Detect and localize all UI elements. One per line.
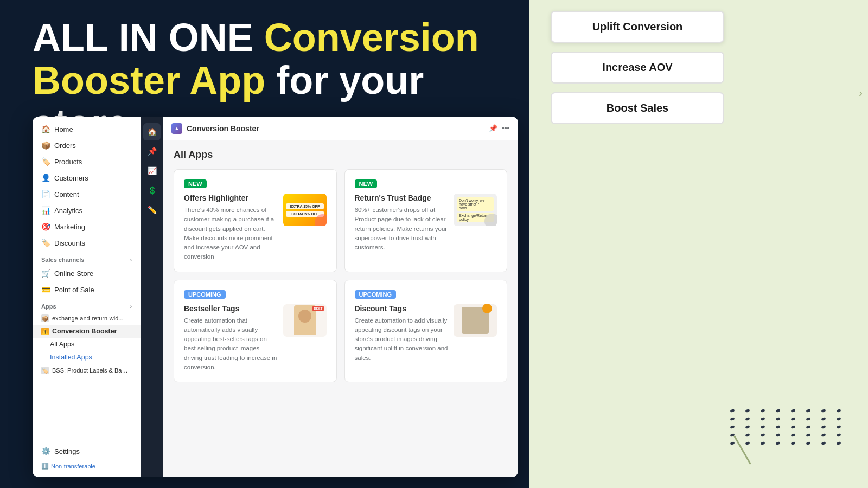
exchange-icon: 📦 bbox=[41, 314, 49, 322]
customers-icon: 👤 bbox=[41, 174, 50, 182]
sidebar-item-home[interactable]: 🏠 Home bbox=[33, 121, 141, 137]
app-card-offers-highlighter: NEW Offers Highlighter There's 40% more … bbox=[174, 169, 337, 272]
sidebar-item-orders[interactable]: 📦 Orders bbox=[33, 137, 141, 153]
dot bbox=[806, 433, 810, 437]
sidebar-item-customers[interactable]: 👤 Customers bbox=[33, 170, 141, 186]
offers-description: There's 40% more chances of customer mak… bbox=[184, 206, 278, 262]
dot bbox=[821, 417, 826, 421]
sidebar-item-online-store[interactable]: 🛒 Online Store bbox=[33, 265, 141, 281]
app-card-body-offers: Offers Highlighter There's 40% more chan… bbox=[184, 194, 327, 262]
icon-edit[interactable]: ✏️ bbox=[143, 201, 161, 219]
sidebar-subitem-all-apps[interactable]: All Apps bbox=[33, 338, 141, 351]
products-icon: 🏷️ bbox=[41, 157, 50, 166]
dot bbox=[760, 433, 765, 437]
badge-new-returns: NEW bbox=[355, 179, 378, 188]
uplift-conversion-button[interactable]: Uplift Conversion bbox=[551, 11, 724, 43]
icon-analytics[interactable]: 📈 bbox=[143, 162, 161, 179]
home-icon: 🏠 bbox=[41, 125, 50, 133]
icon-dollar[interactable]: 💲 bbox=[143, 182, 161, 199]
icon-sidebar: 🏠 📌 📈 💲 ✏️ bbox=[141, 117, 163, 477]
sidebar-products-label: Products bbox=[54, 158, 82, 166]
bestseller-description: Create automation that automatically add… bbox=[184, 316, 278, 373]
bestseller-image: BEST bbox=[283, 304, 327, 337]
sidebar-item-analytics[interactable]: 📊 Analytics bbox=[33, 202, 141, 219]
top-bar-title: ▲ Conversion Booster bbox=[171, 123, 259, 134]
dot bbox=[836, 409, 841, 413]
discount-image bbox=[454, 304, 497, 337]
sales-channels-label: Sales channels bbox=[41, 256, 85, 263]
offers-image: EXTRA 15% OFF EXTRA 5% OFF bbox=[283, 194, 327, 226]
dot bbox=[775, 441, 780, 445]
returns-circle bbox=[484, 214, 497, 226]
dot bbox=[775, 425, 780, 429]
sales-channels-section: Sales channels › bbox=[33, 251, 141, 265]
dot bbox=[760, 409, 765, 413]
boost-sales-button[interactable]: Boost Sales bbox=[551, 92, 724, 124]
sidebar: 🏠 Home 📦 Orders 🏷️ Products 👤 Customers … bbox=[33, 117, 141, 477]
app-card-body-bestseller: Bestseller Tags Create automation that a… bbox=[184, 304, 327, 373]
sidebar-item-products[interactable]: 🏷️ Products bbox=[33, 153, 141, 170]
dot bbox=[821, 425, 826, 429]
dot bbox=[760, 417, 765, 421]
icon-home[interactable]: 🏠 bbox=[143, 123, 161, 140]
apps-chevron-icon: › bbox=[130, 304, 132, 310]
dot bbox=[745, 425, 750, 429]
dot bbox=[760, 441, 765, 445]
sidebar-item-conversion-booster[interactable]: ⚠️ Conversion Booster bbox=[33, 325, 141, 338]
arrow-decoration: › bbox=[859, 87, 863, 99]
app-logo: ▲ bbox=[171, 123, 182, 134]
dot bbox=[775, 433, 780, 437]
bss-icon: 🏷️ bbox=[41, 367, 49, 374]
dot bbox=[730, 409, 735, 413]
chevron-icon: › bbox=[130, 257, 132, 263]
dots-decoration bbox=[730, 409, 846, 445]
info-icon: ℹ️ bbox=[41, 463, 49, 470]
badge-upcoming-discount: Upcoming bbox=[355, 290, 397, 299]
pin-action-icon[interactable]: 📌 bbox=[489, 124, 497, 132]
discounts-icon: 🏷️ bbox=[41, 239, 50, 247]
main-content: ▲ Conversion Booster 📌 ••• All Apps NEW bbox=[163, 117, 518, 477]
sidebar-item-marketing[interactable]: 🎯 Marketing bbox=[33, 219, 141, 235]
dot bbox=[806, 441, 810, 445]
sidebar-item-exchange[interactable]: 📦 exchange-and-return-wid... bbox=[33, 312, 141, 325]
online-store-icon: 🛒 bbox=[41, 269, 50, 278]
conversion-booster-label: Conversion Booster bbox=[52, 328, 117, 335]
app-card-returns-trust: NEW Return's Trust Badge 60%+ customer's… bbox=[344, 169, 508, 272]
shopify-mockup: 🏠 Home 📦 Orders 🏷️ Products 👤 Customers … bbox=[33, 117, 518, 477]
sidebar-item-bss[interactable]: 🏷️ BSS: Product Labels & Bad... bbox=[33, 364, 141, 377]
badge-new-offers: NEW bbox=[184, 179, 207, 188]
sidebar-item-settings[interactable]: ⚙️ Settings bbox=[33, 443, 141, 459]
bestseller-title: Bestseller Tags bbox=[184, 304, 278, 313]
sidebar-item-content[interactable]: 📄 Content bbox=[33, 186, 141, 202]
dot bbox=[821, 409, 826, 413]
returns-description: 60%+ customer's drops off at Product pag… bbox=[355, 206, 449, 252]
icon-pin[interactable]: 📌 bbox=[143, 143, 161, 160]
dot bbox=[790, 433, 795, 437]
content-area: All Apps NEW Offers Highlighter There's … bbox=[163, 140, 518, 477]
sidebar-item-discounts[interactable]: 🏷️ Discounts bbox=[33, 235, 141, 251]
dot bbox=[760, 425, 765, 429]
app-card-text-offers: Offers Highlighter There's 40% more chan… bbox=[184, 194, 278, 262]
non-transferable-text: Non-transferable bbox=[51, 463, 95, 470]
dot bbox=[730, 425, 735, 429]
dot bbox=[775, 409, 780, 413]
dot bbox=[806, 409, 810, 413]
badge-upcoming-bestseller: Upcoming bbox=[184, 290, 226, 299]
left-panel: ALL IN ONE Conversion Booster App for yo… bbox=[0, 0, 529, 488]
sidebar-item-point-of-sale[interactable]: 💳 Point of Sale bbox=[33, 281, 141, 298]
settings-label: Settings bbox=[54, 447, 80, 455]
non-transferable-label: ℹ️ Non-transferable bbox=[33, 459, 141, 473]
discount-product bbox=[462, 307, 489, 334]
app-card-text-bestseller: Bestseller Tags Create automation that a… bbox=[184, 304, 278, 373]
offers-tag1: EXTRA 15% OFF bbox=[286, 203, 324, 209]
increase-aov-button[interactable]: Increase AOV bbox=[551, 52, 724, 84]
sidebar-subitem-installed-apps[interactable]: Installed Apps bbox=[33, 351, 141, 364]
dot bbox=[745, 409, 750, 413]
app-card-bestseller: Upcoming Bestseller Tags Create automati… bbox=[174, 280, 337, 383]
sidebar-customers-label: Customers bbox=[54, 174, 88, 182]
dot bbox=[790, 441, 795, 445]
more-action-icon[interactable]: ••• bbox=[502, 124, 509, 132]
app-name-label: Conversion Booster bbox=[187, 124, 259, 133]
sidebar-settings: ⚙️ Settings ℹ️ Non-transferable bbox=[33, 439, 141, 477]
top-bar-actions: 📌 ••• bbox=[489, 124, 509, 132]
